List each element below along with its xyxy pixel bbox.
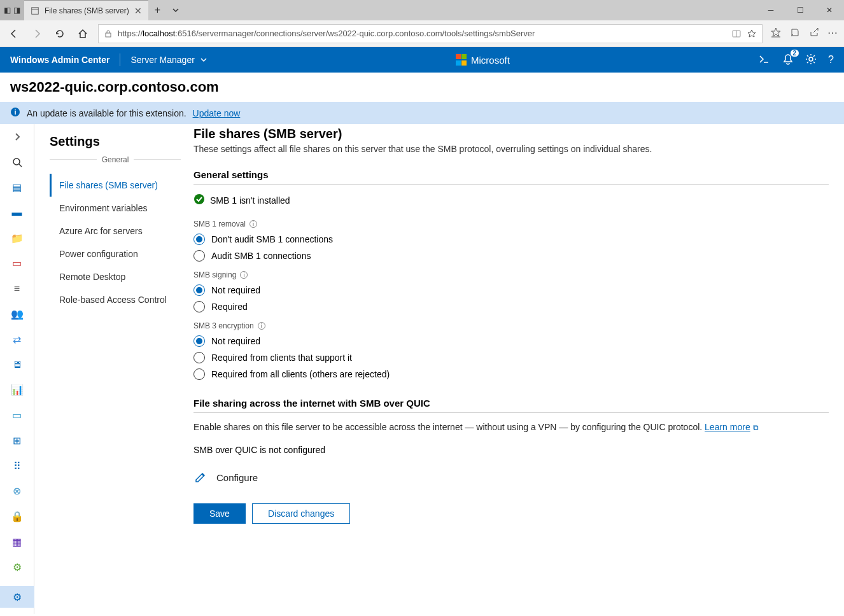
breadcrumb[interactable]: Server Manager [120, 55, 217, 65]
powershell-icon[interactable] [758, 53, 771, 67]
notifications-icon[interactable]: 2 [782, 53, 794, 67]
rail-users-icon[interactable]: 👥 [10, 307, 25, 320]
nav-environment-variables[interactable]: Environment variables [50, 197, 193, 220]
minimize-button[interactable]: ─ [756, 0, 785, 20]
update-now-link[interactable]: Update now [193, 108, 241, 118]
radio-dont-audit-smb1[interactable]: Don't audit SMB 1 connections [193, 234, 829, 245]
rail-registry-icon[interactable]: ⊞ [10, 434, 25, 447]
radio-button[interactable] [193, 234, 205, 245]
svg-point-6 [809, 57, 813, 61]
banner-text: An update is available for this extensio… [27, 108, 186, 118]
learn-more-link[interactable]: Learn more [705, 422, 750, 432]
radio-button[interactable] [193, 368, 205, 380]
smb1-status-text: SMB 1 isn't installed [210, 195, 290, 206]
info-icon[interactable]: i [240, 271, 248, 279]
rail-apps-icon[interactable]: ⠿ [10, 459, 25, 472]
radio-enc-all-clients[interactable]: Required from all clients (others are re… [193, 368, 829, 380]
pencil-icon [193, 470, 207, 484]
radio-button[interactable] [193, 284, 205, 296]
tools-rail: ▤ ▬ 📁 ▭ ≡ 👥 ⇄ 🖥 📊 ▭ ⊞ ⠿ ⊗ 🔒 ▦ ⚙ ⚙ [0, 124, 34, 614]
rail-calendar-icon[interactable]: ▦ [10, 536, 25, 549]
rail-card-icon[interactable]: ▭ [10, 409, 25, 422]
rail-lock-icon[interactable]: 🔒 [10, 510, 25, 523]
rail-settings-icon[interactable]: ⚙ [0, 586, 34, 608]
browser-address-bar: https://localhost:6516/servermanager/con… [0, 20, 844, 47]
favorites-icon[interactable] [770, 27, 782, 41]
nav-remote-desktop[interactable]: Remote Desktop [50, 265, 193, 288]
rail-azure-icon[interactable]: ▬ [10, 206, 25, 219]
share-icon[interactable] [808, 27, 820, 41]
radio-button[interactable] [193, 335, 205, 347]
lock-icon [104, 29, 113, 38]
discard-button[interactable]: Discard changes [252, 503, 350, 524]
tab-list-chevron-icon[interactable] [167, 0, 185, 20]
rail-files-icon[interactable]: 📁 [10, 232, 25, 244]
maximize-button[interactable]: ☐ [785, 0, 815, 20]
back-button[interactable] [6, 26, 22, 41]
rail-overview-icon[interactable]: ▤ [10, 181, 25, 194]
quic-heading: File sharing across the internet with SM… [193, 398, 829, 413]
configure-button[interactable]: Configure [193, 470, 829, 484]
settings-content: File shares (SMB server) These settings … [193, 124, 844, 614]
tab-title: File shares (SMB server) [45, 6, 129, 15]
nav-power-configuration[interactable]: Power configuration [50, 242, 193, 265]
url-input[interactable]: https://localhost:6516/servermanager/con… [98, 24, 763, 43]
nav-rbac[interactable]: Role-based Access Control [50, 288, 193, 311]
radio-signing-not-required[interactable]: Not required [193, 284, 829, 296]
favorite-star-icon[interactable] [747, 29, 757, 39]
nav-file-shares[interactable]: File shares (SMB server) [50, 174, 193, 197]
notification-count-badge: 2 [791, 50, 799, 57]
rail-network-icon[interactable]: ⇄ [10, 333, 25, 346]
radio-button[interactable] [193, 352, 205, 363]
browser-tab[interactable]: File shares (SMB server) ✕ [24, 0, 148, 20]
rail-list-icon[interactable]: ≡ [10, 283, 25, 295]
rail-performance-icon[interactable]: 📊 [10, 384, 25, 396]
radio-signing-required[interactable]: Required [193, 301, 829, 312]
svg-point-9 [13, 158, 20, 165]
radio-enc-not-required[interactable]: Not required [193, 335, 829, 347]
radio-audit-smb1[interactable]: Audit SMB 1 connections [193, 250, 829, 262]
close-button[interactable]: ✕ [815, 0, 844, 20]
radio-enc-supported-clients[interactable]: Required from clients that support it [193, 352, 829, 363]
more-icon[interactable]: ⋯ [827, 27, 838, 41]
nav-azure-arc[interactable]: Azure Arc for servers [50, 220, 193, 242]
info-icon[interactable]: i [258, 322, 265, 330]
microsoft-label: Microsoft [471, 55, 510, 66]
help-icon[interactable]: ? [828, 54, 834, 66]
save-button[interactable]: Save [193, 503, 246, 524]
tab-close-icon[interactable]: ✕ [134, 6, 142, 16]
home-button[interactable] [75, 26, 90, 41]
app-brand[interactable]: Windows Admin Center [0, 55, 120, 65]
settings-heading: Settings [50, 129, 193, 159]
rail-firewall-icon[interactable]: ▭ [10, 257, 25, 270]
settings-group-label: General [50, 159, 181, 174]
info-icon: i [10, 107, 20, 119]
notes-icon[interactable] [789, 27, 801, 41]
new-tab-button[interactable]: + [148, 0, 167, 20]
radio-button[interactable] [193, 301, 205, 312]
update-banner: i An update is available for this extens… [0, 102, 844, 124]
rail-expand-icon[interactable] [10, 130, 25, 143]
titlebar-app-icons: ◧ ◨ [0, 0, 24, 20]
rail-services-icon[interactable]: ⚙ [10, 561, 25, 573]
smb1-removal-label: SMB 1 removal i [193, 220, 829, 228]
forward-button[interactable] [29, 26, 45, 41]
general-settings-heading: General settings [193, 169, 829, 185]
reading-view-icon[interactable] [731, 29, 742, 39]
smb-signing-label: SMB signing i [193, 270, 829, 279]
svg-line-10 [19, 164, 22, 167]
info-icon[interactable]: i [250, 220, 257, 228]
page-title: ws2022-quic.corp.contoso.com [0, 73, 844, 102]
content-title: File shares (SMB server) [193, 127, 829, 141]
smb1-status-row: SMB 1 isn't installed [193, 193, 829, 207]
refresh-button[interactable] [52, 26, 67, 41]
settings-gear-icon[interactable] [805, 53, 817, 67]
search-icon[interactable] [10, 156, 25, 169]
rail-monitor-icon[interactable]: 🖥 [10, 358, 25, 371]
svg-text:i: i [14, 108, 16, 116]
chevron-down-icon [200, 56, 207, 64]
rail-power-icon[interactable]: ⊗ [10, 485, 25, 498]
radio-button[interactable] [193, 250, 205, 262]
content-description: These settings affect all file shares on… [193, 144, 829, 154]
app-icon-1: ◧ [4, 6, 11, 15]
